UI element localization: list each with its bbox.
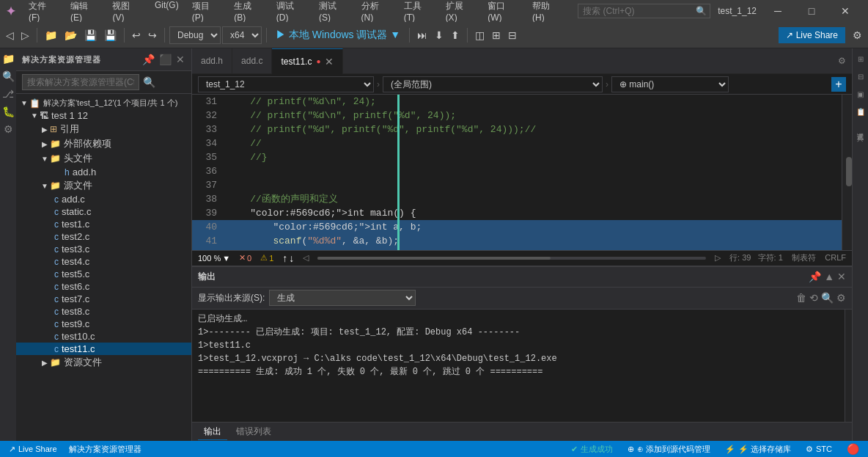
tree-source-files[interactable]: ▼ 📁 源文件: [16, 178, 191, 193]
output-scrollbar[interactable]: [845, 310, 852, 423]
code-cell[interactable]: "color:#569cd6;">int a, b;: [224, 220, 842, 234]
editor-scrollbar[interactable]: [842, 95, 852, 250]
menu-view[interactable]: 视图(V): [106, 0, 147, 24]
repo-status[interactable]: ⚡ ⚡ 选择存储库: [722, 444, 794, 455]
forward-button[interactable]: ▷: [18, 26, 32, 45]
tree-add-c[interactable]: c add.c: [16, 193, 191, 205]
code-cell[interactable]: //: [224, 136, 842, 150]
step-in-button[interactable]: ⬇: [432, 26, 446, 45]
code-cell[interactable]: [224, 164, 842, 178]
nav-down-button[interactable]: ↓: [289, 252, 294, 264]
code-cell[interactable]: [224, 178, 842, 192]
code-cell[interactable]: "color:#569cd6;">int sum = add(a, b);: [224, 248, 842, 250]
menu-help[interactable]: 帮助(H): [526, 0, 567, 24]
tab-add-h[interactable]: add.h: [192, 48, 232, 74]
breadcrumb-project-dropdown[interactable]: test_1_12: [198, 76, 374, 92]
activity-debug[interactable]: 🐛: [1, 104, 15, 119]
code-cell[interactable]: // printf("%d", printf("%d", printf("%d"…: [224, 123, 842, 136]
save-button[interactable]: 💾: [81, 26, 100, 45]
right-activity-2[interactable]: ⊟: [853, 69, 868, 84]
tree-extern-deps[interactable]: ▶ 📁 外部依赖项: [16, 136, 191, 151]
menu-analyze[interactable]: 分析(N): [356, 0, 397, 24]
run-button[interactable]: ▶ 本地 Windows 调试器 ▼: [271, 27, 405, 43]
tree-resource-files[interactable]: ▶ 📁 资源文件: [16, 355, 191, 370]
activity-explorer[interactable]: 📁: [1, 51, 15, 66]
tree-test6-c[interactable]: c test6.c: [16, 280, 191, 293]
activity-extensions[interactable]: ⚙: [1, 122, 15, 136]
tree-static-c[interactable]: c static.c: [16, 205, 191, 218]
code-cell[interactable]: //函数的声明和定义: [224, 192, 842, 206]
tree-test11-c[interactable]: c test11.c: [16, 343, 191, 355]
error-indicator[interactable]: 🔴: [844, 443, 862, 455]
open-button[interactable]: 📂: [62, 26, 80, 45]
breadcrumb-symbol-dropdown[interactable]: ⊕ main(): [611, 76, 729, 92]
code-editor[interactable]: 31 // printf("%d\n", 24);32 // printf("%…: [192, 95, 852, 250]
warning-count[interactable]: ⚠ 1: [260, 253, 273, 263]
horiz-scroll-right[interactable]: ▷: [715, 253, 721, 263]
sidebar-close-button[interactable]: ✕: [175, 53, 185, 66]
sidebar-collapse-button[interactable]: ⬛: [158, 53, 172, 66]
nav-up-button[interactable]: ↑: [282, 252, 287, 264]
right-activity-5[interactable]: 调试工具: [853, 122, 868, 136]
platform-dropdown[interactable]: x64: [222, 26, 262, 44]
undo-button[interactable]: ↩: [129, 26, 144, 45]
sidebar-search-input[interactable]: [22, 74, 139, 90]
output-source-dropdown[interactable]: 生成: [269, 290, 416, 306]
activity-search[interactable]: 🔍: [1, 69, 15, 84]
menu-project[interactable]: 项目(P): [186, 0, 227, 24]
breadcrumb-add-button[interactable]: +: [831, 77, 846, 92]
toolbar-btn-extra2[interactable]: ⊞: [489, 26, 504, 45]
horizontal-scrollbar[interactable]: [317, 257, 706, 260]
menu-git[interactable]: Git(G): [149, 0, 185, 24]
close-button[interactable]: ✕: [828, 0, 862, 22]
live-share-status-item[interactable]: ↗ Live Share: [6, 445, 60, 454]
menu-debug[interactable]: 调试(D): [271, 0, 312, 24]
stc-status[interactable]: ⚙ STC: [803, 445, 835, 454]
activity-git[interactable]: ⎇: [1, 87, 15, 101]
tree-test7-c[interactable]: c test7.c: [16, 293, 191, 305]
menu-extensions[interactable]: 扩展(X): [440, 0, 481, 24]
output-pin-button[interactable]: 📌: [809, 271, 821, 282]
tree-references[interactable]: ▶ ⊞ 引用: [16, 122, 191, 136]
back-button[interactable]: ◁: [3, 26, 17, 45]
horiz-scroll-left[interactable]: ◁: [303, 253, 309, 263]
breadcrumb-scope-dropdown[interactable]: (全局范围): [383, 76, 603, 92]
scrollbar-thumb[interactable]: [846, 157, 852, 186]
tree-test3-c[interactable]: c test3.c: [16, 243, 191, 255]
save-all-button[interactable]: 💾: [101, 26, 119, 45]
title-search-input[interactable]: [578, 4, 696, 18]
tab-error-list[interactable]: 错误列表: [230, 424, 277, 439]
source-control-status[interactable]: ⊕ ⊕ 添加到源代码管理: [625, 444, 713, 455]
code-cell[interactable]: // printf("%d\n", 24);: [224, 95, 842, 109]
menu-test[interactable]: 测试(S): [313, 0, 354, 24]
code-cell[interactable]: "color:#569cd6;">int main() {: [224, 206, 842, 220]
new-project-button[interactable]: 📁: [42, 26, 60, 45]
zoom-level[interactable]: 100 % ▼: [198, 254, 230, 263]
sidebar-search-button[interactable]: 🔍: [142, 76, 156, 89]
live-share-button[interactable]: ↗ Live Share: [779, 27, 845, 43]
code-cell[interactable]: scanf("%d%d", &a, &b);: [224, 234, 842, 248]
tab-close-button[interactable]: ✕: [325, 56, 334, 67]
menu-file[interactable]: 文件(F): [23, 0, 63, 24]
toolbar-btn-extra3[interactable]: ⊟: [505, 26, 520, 45]
output-clear-button[interactable]: 🗑: [796, 292, 806, 304]
tree-add-h[interactable]: h add.h: [16, 166, 191, 178]
menu-tools[interactable]: 工具(T): [398, 0, 438, 24]
step-out-button[interactable]: ⬆: [448, 26, 463, 45]
tab-test11-c[interactable]: test11.c ● ✕: [272, 48, 343, 74]
tree-test2-c[interactable]: c test2.c: [16, 230, 191, 243]
settings-button[interactable]: ⚙: [850, 26, 865, 45]
output-collapse-button[interactable]: ▲: [824, 271, 834, 282]
code-lines-container[interactable]: 31 // printf("%d\n", 24);32 // printf("%…: [192, 95, 842, 250]
tree-test8-c[interactable]: c test8.c: [16, 305, 191, 318]
output-close-button[interactable]: ✕: [837, 271, 846, 282]
redo-button[interactable]: ↪: [145, 26, 160, 45]
right-activity-4[interactable]: 📋: [853, 104, 868, 119]
output-find-button[interactable]: 🔍: [821, 292, 834, 304]
tab-settings-button[interactable]: ⚙: [832, 56, 852, 66]
tree-header-files[interactable]: ▼ 📁 头文件: [16, 151, 191, 166]
code-cell[interactable]: // printf("%d\n", printf("%d", 24));: [224, 109, 842, 123]
menu-edit[interactable]: 编辑(E): [65, 0, 106, 24]
error-count[interactable]: ✕ 0: [239, 253, 251, 263]
title-search-box[interactable]: 🔍: [578, 4, 710, 18]
